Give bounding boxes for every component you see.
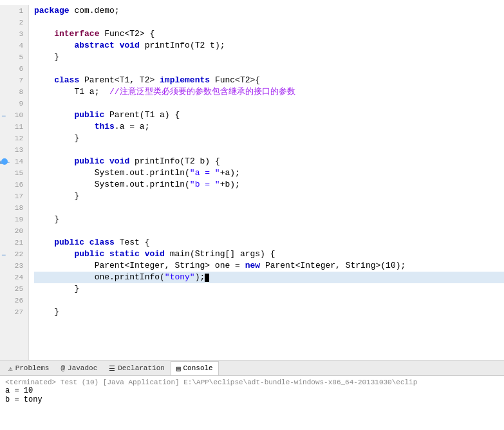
gutter-line-7: 7 xyxy=(0,75,26,86)
line-number-7: 7 xyxy=(19,75,23,86)
line-number-18: 18 xyxy=(15,202,23,214)
gutter-line-14: −▲14 xyxy=(0,156,26,167)
code-line-5: } xyxy=(34,51,504,63)
gutter-line-12: 12 xyxy=(0,133,26,144)
line-number-16: 16 xyxy=(15,179,23,191)
code-line-3: interface Func<T2> { xyxy=(34,28,504,40)
code-line-24: one.printInfo("tony"); xyxy=(34,272,504,283)
tab-javadoc[interactable]: @Javadoc xyxy=(55,361,103,375)
line-number-23: 23 xyxy=(15,260,23,272)
code-line-4: abstract void printInfo(T2 t); xyxy=(34,40,504,51)
line-number-22: 22 xyxy=(15,248,23,260)
line-number-17: 17 xyxy=(15,191,23,202)
console-line-1: a = 10 xyxy=(5,386,499,395)
tab-icon-problems: ⚠ xyxy=(8,364,13,373)
line-number-19: 19 xyxy=(15,214,23,225)
code-line-18 xyxy=(34,202,504,214)
line-number-25: 25 xyxy=(15,283,23,295)
code-line-16: System.out.println("b = "+b); xyxy=(34,179,504,191)
code-content[interactable]: package com.demo; interface Func<T2> { a… xyxy=(29,5,504,360)
line-number-3: 3 xyxy=(19,28,23,40)
gutter-line-25: 25 xyxy=(0,283,26,295)
line-number-4: 4 xyxy=(19,40,23,51)
line-number-26: 26 xyxy=(15,295,23,306)
code-line-10: public Parent(T1 a) { xyxy=(34,109,504,121)
line-number-10: 10 xyxy=(15,109,23,121)
gutter-line-16: 16 xyxy=(0,179,26,191)
gutter-line-27: 27 xyxy=(0,306,26,318)
text-cursor xyxy=(205,274,209,282)
code-line-21: public class Test { xyxy=(34,237,504,248)
line-number-27: 27 xyxy=(15,306,23,318)
code-line-27: } xyxy=(34,306,504,318)
line-number-1: 1 xyxy=(19,5,23,17)
code-line-9 xyxy=(34,98,504,109)
console-terminated-line: <terminated> Test (10) [Java Application… xyxy=(5,379,499,386)
code-line-23: Parent<Integer, String> one = new Parent… xyxy=(34,260,504,272)
gutter-line-24: 24 xyxy=(0,272,26,283)
bottom-panel: ⚠Problems@Javadoc☰Declaration▤Console <t… xyxy=(0,360,504,430)
tab-label-problems: Problems xyxy=(15,364,50,372)
tab-label-console: Console xyxy=(183,364,213,372)
code-line-20 xyxy=(34,225,504,237)
gutter-line-15: 15 xyxy=(0,167,26,179)
gutter-line-19: 19 xyxy=(0,214,26,225)
code-line-7: class Parent<T1, T2> implements Func<T2>… xyxy=(34,75,504,86)
line-number-8: 8 xyxy=(19,86,23,98)
gutter-line-18: 18 xyxy=(0,202,26,214)
line-number-20: 20 xyxy=(15,225,23,237)
gutter-line-17: 17 xyxy=(0,191,26,202)
gutter-line-13: 13 xyxy=(0,144,26,156)
line-number-15: 15 xyxy=(15,167,23,179)
code-line-26 xyxy=(34,295,504,306)
code-line-14: public void printInfo(T2 b) { xyxy=(34,156,504,167)
code-line-6 xyxy=(34,63,504,75)
gutter-line-23: 23 xyxy=(0,260,26,272)
tab-console[interactable]: ▤Console xyxy=(171,361,219,375)
code-line-8: T1 a; //注意泛型类必须要的参数包含继承的接口的参数 xyxy=(34,86,504,98)
code-line-19: } xyxy=(34,214,504,225)
tab-icon-declaration: ☰ xyxy=(109,364,115,373)
horizontal-scrollbar[interactable] xyxy=(0,360,504,360)
line-number-5: 5 xyxy=(19,51,23,63)
tab-label-javadoc: Javadoc xyxy=(68,364,97,372)
code-line-17: } xyxy=(34,191,504,202)
code-line-2 xyxy=(34,17,504,28)
line-number-6: 6 xyxy=(19,63,23,75)
tab-problems[interactable]: ⚠Problems xyxy=(3,361,55,375)
tab-label-declaration: Declaration xyxy=(118,364,165,372)
breakpoint-dot[interactable] xyxy=(1,158,8,165)
line-number-12: 12 xyxy=(15,133,23,144)
gutter-line-2: 2 xyxy=(0,17,26,28)
line-number-2: 2 xyxy=(19,17,23,28)
gutter-line-26: 26 xyxy=(0,295,26,306)
gutter-line-8: 8 xyxy=(0,86,26,98)
code-line-25: } xyxy=(34,283,504,295)
gutter-line-4: 4 xyxy=(0,40,26,51)
line-number-13: 13 xyxy=(15,144,23,156)
line-number-24: 24 xyxy=(15,272,23,283)
line-numbers: 123456789−10111213−▲1415161718192021−222… xyxy=(0,5,29,360)
gutter-line-22: −22 xyxy=(0,248,26,260)
line-number-11: 11 xyxy=(15,121,23,133)
gutter-line-9: 9 xyxy=(0,98,26,109)
console-line-2: b = tony xyxy=(5,395,499,404)
tab-icon-console: ▤ xyxy=(176,364,181,373)
code-line-11: this.a = a; xyxy=(34,121,504,133)
gutter-line-21: 21 xyxy=(0,237,26,248)
code-line-22: public static void main(String[] args) { xyxy=(34,248,504,260)
gutter-line-3: 3 xyxy=(0,28,26,40)
gutter-line-1: 1 xyxy=(0,5,26,17)
tab-icon-javadoc: @ xyxy=(61,364,65,372)
code-line-12: } xyxy=(34,133,504,144)
tab-declaration[interactable]: ☰Declaration xyxy=(103,361,171,375)
gutter-line-5: 5 xyxy=(0,51,26,63)
line-number-9: 9 xyxy=(19,98,23,109)
console-output: <terminated> Test (10) [Java Application… xyxy=(0,376,504,430)
line-number-14: 14 xyxy=(15,156,23,167)
code-editor[interactable]: 123456789−10111213−▲1415161718192021−222… xyxy=(0,0,504,360)
gutter-line-11: 11 xyxy=(0,121,26,133)
bottom-tabs-bar: ⚠Problems@Javadoc☰Declaration▤Console xyxy=(0,360,504,376)
gutter-line-10: −10 xyxy=(0,109,26,121)
code-line-15: System.out.println("a = "+a); xyxy=(34,167,504,179)
